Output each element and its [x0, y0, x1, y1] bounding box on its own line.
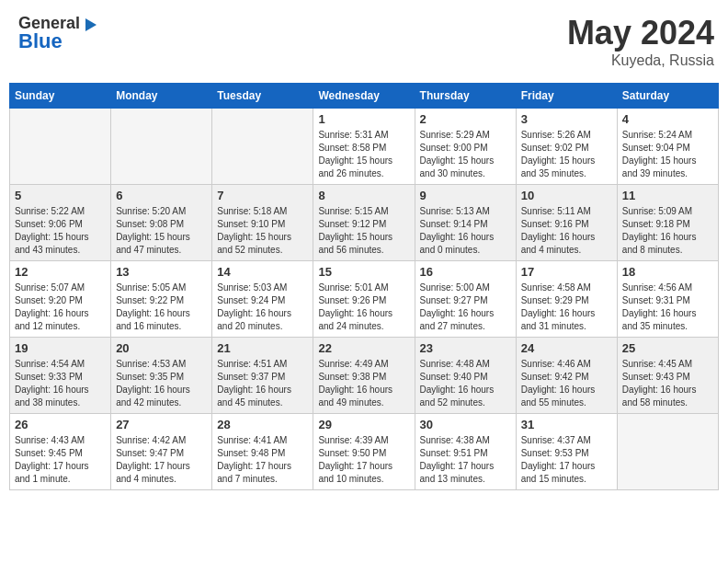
day-info: Sunrise: 4:54 AM Sunset: 9:33 PM Dayligh… — [15, 358, 106, 409]
header-wednesday: Wednesday — [313, 84, 415, 109]
header-saturday: Saturday — [617, 84, 718, 109]
day-info: Sunrise: 4:56 AM Sunset: 9:31 PM Dayligh… — [622, 282, 713, 333]
table-row: 25Sunrise: 4:45 AM Sunset: 9:43 PM Dayli… — [617, 338, 718, 414]
day-number: 20 — [116, 341, 207, 355]
day-number: 9 — [420, 189, 511, 202]
day-info: Sunrise: 4:45 AM Sunset: 9:43 PM Dayligh… — [622, 358, 713, 409]
day-number: 19 — [15, 341, 106, 355]
day-number: 29 — [318, 418, 409, 431]
day-info: Sunrise: 4:48 AM Sunset: 9:40 PM Dayligh… — [420, 358, 511, 409]
table-row: 31Sunrise: 4:37 AM Sunset: 9:53 PM Dayli… — [516, 414, 617, 490]
table-row: 3Sunrise: 5:26 AM Sunset: 9:02 PM Daylig… — [516, 109, 617, 185]
day-number: 27 — [116, 418, 207, 431]
header-tuesday: Tuesday — [212, 84, 313, 109]
table-row — [212, 109, 313, 185]
day-info: Sunrise: 4:43 AM Sunset: 9:45 PM Dayligh… — [15, 434, 106, 486]
header-friday: Friday — [516, 84, 617, 109]
calendar-header-row: Sunday Monday Tuesday Wednesday Thursday… — [10, 84, 719, 109]
table-row: 14Sunrise: 5:03 AM Sunset: 9:24 PM Dayli… — [212, 261, 313, 338]
table-row: 26Sunrise: 4:43 AM Sunset: 9:45 PM Dayli… — [10, 414, 111, 490]
day-info: Sunrise: 5:29 AM Sunset: 9:00 PM Dayligh… — [420, 129, 511, 180]
table-row — [10, 109, 111, 185]
table-row: 10Sunrise: 5:11 AM Sunset: 9:16 PM Dayli… — [516, 185, 617, 261]
day-info: Sunrise: 5:01 AM Sunset: 9:26 PM Dayligh… — [318, 282, 409, 333]
day-number: 17 — [521, 265, 612, 279]
calendar-location: Kuyeda, Russia — [567, 52, 714, 69]
day-number: 3 — [521, 112, 612, 126]
day-info: Sunrise: 5:24 AM Sunset: 9:04 PM Dayligh… — [622, 129, 713, 180]
table-row: 5Sunrise: 5:22 AM Sunset: 9:06 PM Daylig… — [10, 185, 111, 261]
svg-marker-0 — [85, 18, 97, 31]
table-row: 17Sunrise: 4:58 AM Sunset: 9:29 PM Dayli… — [516, 261, 617, 338]
day-info: Sunrise: 5:05 AM Sunset: 9:22 PM Dayligh… — [116, 282, 207, 333]
table-row: 30Sunrise: 4:38 AM Sunset: 9:51 PM Dayli… — [415, 414, 516, 490]
table-row: 16Sunrise: 5:00 AM Sunset: 9:27 PM Dayli… — [415, 261, 516, 338]
header-monday: Monday — [111, 84, 212, 109]
header: General Blue May 2024 Kuyeda, Russia — [9, 9, 719, 74]
day-info: Sunrise: 4:58 AM Sunset: 9:29 PM Dayligh… — [521, 282, 612, 333]
day-number: 8 — [318, 189, 409, 202]
day-info: Sunrise: 4:38 AM Sunset: 9:51 PM Dayligh… — [420, 434, 511, 486]
day-number: 5 — [15, 189, 106, 202]
table-row: 22Sunrise: 4:49 AM Sunset: 9:38 PM Dayli… — [313, 338, 415, 414]
table-row: 8Sunrise: 5:15 AM Sunset: 9:12 PM Daylig… — [313, 185, 415, 261]
day-number: 1 — [318, 112, 409, 126]
table-row: 18Sunrise: 4:56 AM Sunset: 9:31 PM Dayli… — [617, 261, 718, 338]
logo: General Blue — [18, 14, 98, 53]
table-row: 21Sunrise: 4:51 AM Sunset: 9:37 PM Dayli… — [212, 338, 313, 414]
day-number: 13 — [116, 265, 207, 279]
day-info: Sunrise: 5:03 AM Sunset: 9:24 PM Dayligh… — [217, 282, 308, 333]
day-info: Sunrise: 4:37 AM Sunset: 9:53 PM Dayligh… — [521, 434, 612, 486]
day-info: Sunrise: 5:09 AM Sunset: 9:18 PM Dayligh… — [622, 205, 713, 257]
day-info: Sunrise: 4:53 AM Sunset: 9:35 PM Dayligh… — [116, 358, 207, 409]
day-number: 4 — [622, 112, 713, 126]
day-number: 23 — [420, 341, 511, 355]
day-number: 11 — [622, 189, 713, 202]
day-info: Sunrise: 5:22 AM Sunset: 9:06 PM Dayligh… — [15, 205, 106, 257]
table-row: 1Sunrise: 5:31 AM Sunset: 8:58 PM Daylig… — [313, 109, 415, 185]
table-row: 4Sunrise: 5:24 AM Sunset: 9:04 PM Daylig… — [617, 109, 718, 185]
calendar-week-row: 19Sunrise: 4:54 AM Sunset: 9:33 PM Dayli… — [10, 338, 719, 414]
table-row — [111, 109, 212, 185]
day-number: 12 — [15, 265, 106, 279]
table-row: 23Sunrise: 4:48 AM Sunset: 9:40 PM Dayli… — [415, 338, 516, 414]
day-number: 26 — [15, 418, 106, 431]
title-block: May 2024 Kuyeda, Russia — [567, 14, 714, 69]
table-row: 7Sunrise: 5:18 AM Sunset: 9:10 PM Daylig… — [212, 185, 313, 261]
table-row: 15Sunrise: 5:01 AM Sunset: 9:26 PM Dayli… — [313, 261, 415, 338]
logo-blue-text: Blue — [18, 29, 63, 53]
day-number: 21 — [217, 341, 308, 355]
day-number: 28 — [217, 418, 308, 431]
day-number: 7 — [217, 189, 308, 202]
table-row: 13Sunrise: 5:05 AM Sunset: 9:22 PM Dayli… — [111, 261, 212, 338]
calendar-week-row: 1Sunrise: 5:31 AM Sunset: 8:58 PM Daylig… — [10, 109, 719, 185]
header-sunday: Sunday — [10, 84, 111, 109]
calendar-week-row: 12Sunrise: 5:07 AM Sunset: 9:20 PM Dayli… — [10, 261, 719, 338]
day-number: 22 — [318, 341, 409, 355]
day-number: 25 — [622, 341, 713, 355]
day-info: Sunrise: 4:46 AM Sunset: 9:42 PM Dayligh… — [521, 358, 612, 409]
table-row: 29Sunrise: 4:39 AM Sunset: 9:50 PM Dayli… — [313, 414, 415, 490]
day-info: Sunrise: 5:13 AM Sunset: 9:14 PM Dayligh… — [420, 205, 511, 257]
calendar-title: May 2024 — [567, 14, 714, 52]
day-number: 15 — [318, 265, 409, 279]
table-row: 9Sunrise: 5:13 AM Sunset: 9:14 PM Daylig… — [415, 185, 516, 261]
day-number: 30 — [420, 418, 511, 431]
day-info: Sunrise: 5:15 AM Sunset: 9:12 PM Dayligh… — [318, 205, 409, 257]
day-info: Sunrise: 4:41 AM Sunset: 9:48 PM Dayligh… — [217, 434, 308, 486]
day-number: 18 — [622, 265, 713, 279]
day-info: Sunrise: 5:18 AM Sunset: 9:10 PM Dayligh… — [217, 205, 308, 257]
day-info: Sunrise: 5:00 AM Sunset: 9:27 PM Dayligh… — [420, 282, 511, 333]
table-row — [617, 414, 718, 490]
day-number: 14 — [217, 265, 308, 279]
header-thursday: Thursday — [415, 84, 516, 109]
table-row: 27Sunrise: 4:42 AM Sunset: 9:47 PM Dayli… — [111, 414, 212, 490]
calendar-week-row: 5Sunrise: 5:22 AM Sunset: 9:06 PM Daylig… — [10, 185, 719, 261]
day-info: Sunrise: 5:20 AM Sunset: 9:08 PM Dayligh… — [116, 205, 207, 257]
day-info: Sunrise: 4:39 AM Sunset: 9:50 PM Dayligh… — [318, 434, 409, 486]
table-row: 19Sunrise: 4:54 AM Sunset: 9:33 PM Dayli… — [10, 338, 111, 414]
calendar-table: Sunday Monday Tuesday Wednesday Thursday… — [9, 83, 719, 490]
table-row: 11Sunrise: 5:09 AM Sunset: 9:18 PM Dayli… — [617, 185, 718, 261]
day-number: 10 — [521, 189, 612, 202]
day-info: Sunrise: 5:31 AM Sunset: 8:58 PM Dayligh… — [318, 129, 409, 180]
